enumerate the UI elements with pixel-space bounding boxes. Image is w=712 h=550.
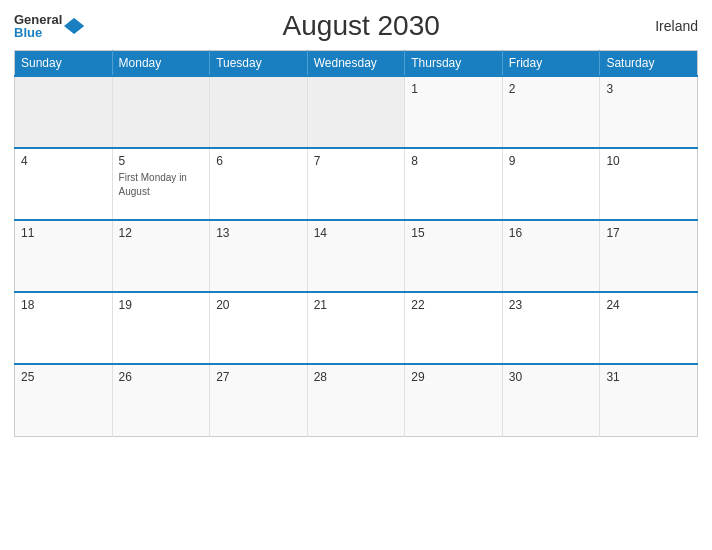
page: General Blue August 2030 Ireland SundayM… xyxy=(0,0,712,550)
cell-date-number: 20 xyxy=(216,298,301,312)
calendar-cell: 27 xyxy=(210,364,308,436)
calendar-week-row: 25262728293031 xyxy=(15,364,698,436)
cell-date-number: 29 xyxy=(411,370,496,384)
cell-date-number: 23 xyxy=(509,298,594,312)
calendar-cell: 2 xyxy=(502,76,600,148)
header: General Blue August 2030 Ireland xyxy=(14,10,698,42)
cell-date-number: 2 xyxy=(509,82,594,96)
calendar-cell: 23 xyxy=(502,292,600,364)
calendar-cell: 22 xyxy=(405,292,503,364)
calendar-cell: 21 xyxy=(307,292,405,364)
calendar-week-row: 123 xyxy=(15,76,698,148)
cell-date-number: 5 xyxy=(119,154,204,168)
calendar-cell xyxy=(112,76,210,148)
cell-date-number: 22 xyxy=(411,298,496,312)
cell-date-number: 15 xyxy=(411,226,496,240)
cell-date-number: 14 xyxy=(314,226,399,240)
cell-date-number: 8 xyxy=(411,154,496,168)
calendar-table: SundayMondayTuesdayWednesdayThursdayFrid… xyxy=(14,50,698,437)
calendar-cell: 11 xyxy=(15,220,113,292)
weekday-header-friday: Friday xyxy=(502,51,600,77)
calendar-cell xyxy=(210,76,308,148)
calendar-cell: 24 xyxy=(600,292,698,364)
calendar-cell: 30 xyxy=(502,364,600,436)
calendar-cell: 17 xyxy=(600,220,698,292)
weekday-header-sunday: Sunday xyxy=(15,51,113,77)
calendar-cell: 14 xyxy=(307,220,405,292)
calendar-cell xyxy=(15,76,113,148)
cell-date-number: 25 xyxy=(21,370,106,384)
cell-date-number: 13 xyxy=(216,226,301,240)
cell-event-label: First Monday in August xyxy=(119,172,187,197)
weekday-header-row: SundayMondayTuesdayWednesdayThursdayFrid… xyxy=(15,51,698,77)
cell-date-number: 7 xyxy=(314,154,399,168)
cell-date-number: 4 xyxy=(21,154,106,168)
cell-date-number: 28 xyxy=(314,370,399,384)
calendar-cell: 12 xyxy=(112,220,210,292)
calendar-cell: 25 xyxy=(15,364,113,436)
calendar-week-row: 45First Monday in August678910 xyxy=(15,148,698,220)
weekday-header-monday: Monday xyxy=(112,51,210,77)
calendar-cell: 15 xyxy=(405,220,503,292)
calendar-cell: 28 xyxy=(307,364,405,436)
calendar-cell: 9 xyxy=(502,148,600,220)
calendar-cell: 6 xyxy=(210,148,308,220)
calendar-cell: 1 xyxy=(405,76,503,148)
weekday-header-thursday: Thursday xyxy=(405,51,503,77)
cell-date-number: 19 xyxy=(119,298,204,312)
calendar-cell: 10 xyxy=(600,148,698,220)
calendar-cell: 7 xyxy=(307,148,405,220)
calendar-week-row: 18192021222324 xyxy=(15,292,698,364)
month-title: August 2030 xyxy=(84,10,638,42)
logo-blue-text: Blue xyxy=(14,26,62,39)
calendar-cell: 4 xyxy=(15,148,113,220)
cell-date-number: 24 xyxy=(606,298,691,312)
weekday-header-wednesday: Wednesday xyxy=(307,51,405,77)
cell-date-number: 10 xyxy=(606,154,691,168)
cell-date-number: 12 xyxy=(119,226,204,240)
calendar-cell: 29 xyxy=(405,364,503,436)
calendar-cell: 5First Monday in August xyxy=(112,148,210,220)
cell-date-number: 1 xyxy=(411,82,496,96)
calendar-cell: 20 xyxy=(210,292,308,364)
svg-marker-1 xyxy=(74,18,84,34)
logo: General Blue xyxy=(14,13,84,39)
calendar-cell: 8 xyxy=(405,148,503,220)
country-label: Ireland xyxy=(638,18,698,34)
cell-date-number: 9 xyxy=(509,154,594,168)
calendar-week-row: 11121314151617 xyxy=(15,220,698,292)
cell-date-number: 31 xyxy=(606,370,691,384)
logo-flag-icon xyxy=(64,16,84,36)
cell-date-number: 16 xyxy=(509,226,594,240)
calendar-cell: 13 xyxy=(210,220,308,292)
cell-date-number: 11 xyxy=(21,226,106,240)
weekday-header-saturday: Saturday xyxy=(600,51,698,77)
cell-date-number: 21 xyxy=(314,298,399,312)
weekday-header-tuesday: Tuesday xyxy=(210,51,308,77)
cell-date-number: 27 xyxy=(216,370,301,384)
cell-date-number: 30 xyxy=(509,370,594,384)
calendar-cell: 16 xyxy=(502,220,600,292)
cell-date-number: 6 xyxy=(216,154,301,168)
cell-date-number: 3 xyxy=(606,82,691,96)
cell-date-number: 18 xyxy=(21,298,106,312)
calendar-cell: 3 xyxy=(600,76,698,148)
calendar-cell: 18 xyxy=(15,292,113,364)
calendar-cell: 19 xyxy=(112,292,210,364)
calendar-cell xyxy=(307,76,405,148)
calendar-cell: 26 xyxy=(112,364,210,436)
calendar-cell: 31 xyxy=(600,364,698,436)
cell-date-number: 26 xyxy=(119,370,204,384)
cell-date-number: 17 xyxy=(606,226,691,240)
